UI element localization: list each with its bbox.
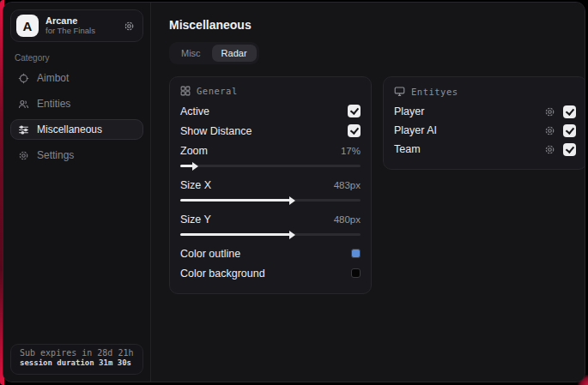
sidebar-item-aimbot[interactable]: Aimbot xyxy=(10,68,143,88)
player-ai-checkbox[interactable] xyxy=(563,124,576,137)
general-panel-title: General xyxy=(197,86,238,96)
sidebar-item-label: Settings xyxy=(37,149,74,161)
profile-gear-icon[interactable] xyxy=(124,21,135,32)
sub-expiry-text: Sub expires in 28d 21h xyxy=(20,348,134,358)
sliders-icon xyxy=(18,124,29,135)
sidebar-nav: Aimbot Entities Miscella xyxy=(10,68,143,165)
toggle-label: Active xyxy=(180,105,209,117)
layout-grid-icon xyxy=(180,86,191,96)
subscription-card: Sub expires in 28d 21h session duration … xyxy=(10,344,143,375)
size-y-slider-fill xyxy=(180,233,290,236)
sidebar-item-label: Entities xyxy=(37,98,70,110)
sidebar-item-miscellaneous[interactable]: Miscellaneous xyxy=(10,119,143,140)
entity-label: Player AI xyxy=(394,124,544,136)
toggle-row-active: Active xyxy=(180,101,361,121)
color-row-background: Color background xyxy=(180,263,361,283)
color-row-outline: Color outline xyxy=(180,244,361,263)
slider-value: 17% xyxy=(341,146,361,156)
page-title: Miscellaneous xyxy=(169,18,585,32)
entity-gear-icon[interactable] xyxy=(544,106,555,117)
entities-panel-title: Entityes xyxy=(411,87,458,97)
entity-label: Team xyxy=(394,143,544,155)
slider-label: Size Y xyxy=(180,214,211,226)
size-y-slider[interactable] xyxy=(180,233,361,236)
app-subtitle: for The Finals xyxy=(45,27,117,36)
zoom-slider-fill xyxy=(180,165,193,167)
entities-panel-header: Entityes xyxy=(394,86,576,97)
slider-value: 483px xyxy=(334,180,361,190)
users-icon xyxy=(18,99,29,110)
tab-bar: Misc Radar xyxy=(169,42,259,64)
entities-panel: Entityes Player Player AI xyxy=(383,76,585,170)
color-outline-swatch[interactable] xyxy=(351,249,361,258)
entity-label: Player xyxy=(394,105,544,117)
size-x-slider[interactable] xyxy=(180,199,361,202)
profile-text: Arcane for The Finals xyxy=(45,15,117,36)
monitor-icon xyxy=(394,86,405,97)
slider-label: Zoom xyxy=(180,145,208,157)
sidebar-item-entities[interactable]: Entities xyxy=(10,93,143,114)
entity-gear-icon[interactable] xyxy=(544,125,555,136)
entity-row-player-ai: Player AI xyxy=(394,121,576,140)
session-duration-text: session duration 31m 30s xyxy=(20,358,134,367)
general-panel: General Active Show Distance Zoom 17% xyxy=(169,76,372,294)
sidebar-item-settings[interactable]: Settings xyxy=(10,145,143,165)
size-x-slider-fill xyxy=(180,199,290,202)
entity-row-team: Team xyxy=(394,140,576,159)
tab-radar[interactable]: Radar xyxy=(212,45,257,62)
entity-gear-icon[interactable] xyxy=(544,144,555,155)
tab-misc[interactable]: Misc xyxy=(172,45,210,62)
color-label: Color background xyxy=(180,268,265,280)
profile-card[interactable]: A Arcane for The Finals xyxy=(10,9,143,42)
sidebar-item-label: Miscellaneous xyxy=(37,123,102,135)
app-logo: A xyxy=(16,15,39,37)
toggle-label: Show Distance xyxy=(180,125,252,137)
slider-row-size-x: Size X 483px xyxy=(180,175,361,195)
slider-label: Size X xyxy=(180,179,211,191)
category-label: Category xyxy=(15,53,143,63)
gear-icon xyxy=(18,150,29,161)
slider-row-size-y: Size Y 480px xyxy=(180,209,361,229)
zoom-slider[interactable] xyxy=(180,165,361,167)
active-checkbox[interactable] xyxy=(348,105,361,117)
show-distance-checkbox[interactable] xyxy=(348,124,361,137)
player-checkbox[interactable] xyxy=(563,105,576,118)
color-background-swatch[interactable] xyxy=(351,268,361,278)
slider-row-zoom: Zoom 17% xyxy=(180,141,361,160)
slider-value: 480px xyxy=(334,214,361,225)
toggle-row-show-distance: Show Distance xyxy=(180,121,361,141)
panels-row: General Active Show Distance Zoom 17% xyxy=(169,76,585,294)
team-checkbox[interactable] xyxy=(563,143,576,156)
general-panel-header: General xyxy=(180,86,361,96)
entity-row-player: Player xyxy=(394,102,576,121)
color-label: Color outline xyxy=(180,248,240,260)
app-name: Arcane xyxy=(45,15,117,27)
main-content: Miscellaneous Misc Radar General xyxy=(151,3,585,382)
app-window: A Arcane for The Finals Category Aimbot xyxy=(3,2,585,382)
sidebar: A Arcane for The Finals Category Aimbot xyxy=(3,3,151,382)
crosshair-icon xyxy=(18,73,29,84)
sidebar-item-label: Aimbot xyxy=(37,72,69,84)
